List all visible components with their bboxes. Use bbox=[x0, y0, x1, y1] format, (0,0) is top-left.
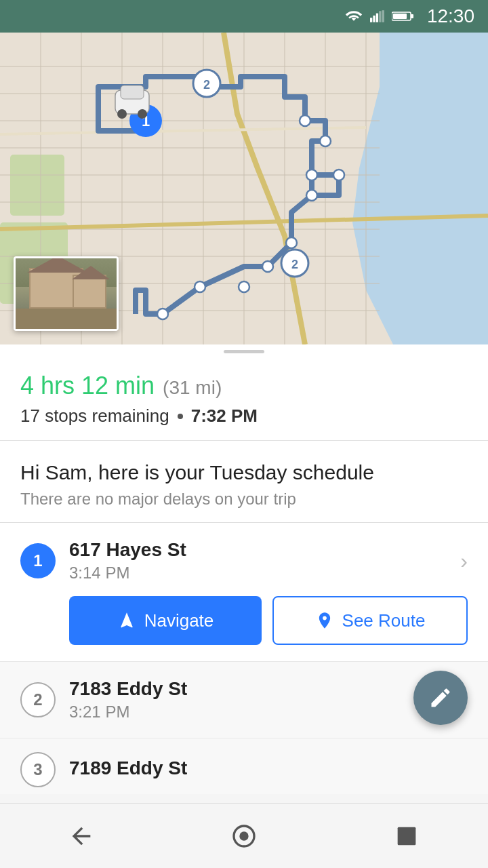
svg-point-36 bbox=[306, 170, 317, 180]
edit-fab-button[interactable] bbox=[413, 671, 468, 725]
home-nav-button[interactable] bbox=[217, 816, 271, 856]
drag-handle[interactable] bbox=[0, 344, 488, 358]
stop-2-time: 3:21 PM bbox=[69, 703, 468, 722]
status-bar: 12:30 bbox=[0, 0, 488, 33]
svg-rect-2 bbox=[376, 14, 378, 22]
svg-rect-7 bbox=[393, 14, 407, 19]
time-distance-row: 4 hrs 12 min (31 mi) bbox=[20, 372, 468, 400]
stop-2-address: 7183 Eddy St bbox=[69, 678, 468, 700]
navigate-label: Navigate bbox=[144, 610, 214, 631]
stop-2-header: 2 7183 Eddy St 3:21 PM bbox=[20, 678, 468, 722]
stops-eta-row: 17 stops remaining 7:32 PM bbox=[20, 406, 468, 427]
svg-text:2: 2 bbox=[291, 258, 298, 271]
trip-info-panel: 4 hrs 12 min (31 mi) 17 stops remaining … bbox=[0, 358, 488, 441]
home-circle-icon bbox=[230, 823, 258, 850]
stop-1-header: 1 617 Hayes St 3:14 PM › bbox=[20, 539, 468, 583]
drag-handle-bar bbox=[224, 350, 264, 353]
stop-item-1: 1 617 Hayes St 3:14 PM › Navigate See Ro… bbox=[0, 523, 488, 662]
svg-rect-44 bbox=[121, 85, 144, 99]
svg-point-34 bbox=[300, 115, 310, 126]
stop-1-chevron-icon[interactable]: › bbox=[460, 549, 468, 574]
stops-remaining: 17 stops remaining bbox=[20, 406, 169, 427]
svg-text:2: 2 bbox=[203, 78, 210, 92]
schedule-delay-message: There are no major delays on your trip bbox=[20, 490, 468, 509]
svg-point-40 bbox=[262, 261, 273, 272]
signal-icon bbox=[370, 10, 385, 22]
svg-point-52 bbox=[239, 831, 248, 840]
map-container[interactable]: 1 2 2 bbox=[0, 33, 488, 344]
svg-point-33 bbox=[157, 309, 168, 319]
see-route-label: See Route bbox=[342, 610, 426, 631]
navigate-button[interactable]: Navigate bbox=[69, 596, 262, 645]
street-view-thumbnail[interactable] bbox=[14, 256, 119, 331]
back-nav-button[interactable] bbox=[54, 816, 108, 856]
status-time: 12:30 bbox=[427, 5, 474, 27]
eta-time: 7:32 PM bbox=[191, 406, 258, 427]
svg-point-39 bbox=[286, 237, 297, 248]
svg-point-37 bbox=[333, 170, 344, 180]
schedule-header: Hi Sam, here is your Tuesday schedule Th… bbox=[0, 441, 488, 523]
svg-point-32 bbox=[195, 281, 205, 292]
stop-2-wrapper: 2 7183 Eddy St 3:21 PM bbox=[0, 662, 488, 738]
svg-rect-3 bbox=[379, 11, 381, 22]
svg-point-31 bbox=[239, 281, 249, 292]
back-icon bbox=[68, 823, 95, 850]
separator-dot bbox=[178, 414, 183, 419]
stop-2-badge: 2 bbox=[20, 682, 56, 717]
navigate-icon bbox=[117, 611, 136, 630]
stop-1-time: 3:14 PM bbox=[69, 564, 447, 583]
svg-rect-1 bbox=[373, 16, 375, 22]
svg-rect-6 bbox=[411, 14, 413, 18]
svg-rect-11 bbox=[10, 155, 64, 216]
svg-rect-4 bbox=[382, 10, 384, 22]
trip-distance: (31 mi) bbox=[163, 377, 222, 399]
see-route-icon bbox=[315, 611, 334, 630]
stop-1-actions: Navigate See Route bbox=[69, 596, 468, 645]
stop-2-info: 7183 Eddy St 3:21 PM bbox=[69, 678, 468, 722]
svg-point-38 bbox=[306, 190, 317, 201]
stop-3-address: 7189 Eddy St bbox=[69, 757, 468, 779]
see-route-button[interactable]: See Route bbox=[272, 596, 468, 645]
stop-item-3-partial: 3 7189 Eddy St bbox=[0, 738, 488, 794]
status-icons: 12:30 bbox=[344, 5, 474, 27]
schedule-greeting: Hi Sam, here is your Tuesday schedule bbox=[20, 461, 468, 484]
battery-icon bbox=[392, 10, 413, 22]
stop-1-info: 617 Hayes St 3:14 PM bbox=[69, 539, 447, 583]
stop-3-header: 3 7189 Eddy St bbox=[20, 752, 468, 787]
svg-rect-53 bbox=[398, 827, 416, 845]
svg-point-46 bbox=[138, 109, 147, 119]
wifi-icon bbox=[344, 9, 363, 23]
stop-1-badge: 1 bbox=[20, 543, 56, 578]
svg-rect-0 bbox=[370, 18, 372, 22]
stop-3-badge: 3 bbox=[20, 752, 56, 787]
stop-1-address: 617 Hayes St bbox=[69, 539, 447, 561]
navigation-bar bbox=[0, 803, 488, 868]
trip-duration: 4 hrs 12 min bbox=[20, 372, 155, 400]
svg-point-45 bbox=[117, 109, 127, 119]
stop-nav-button[interactable] bbox=[380, 816, 434, 856]
stop-icon bbox=[393, 823, 420, 850]
svg-point-35 bbox=[320, 136, 331, 146]
edit-icon bbox=[428, 686, 453, 710]
stop-3-info: 7189 Eddy St bbox=[69, 757, 468, 782]
